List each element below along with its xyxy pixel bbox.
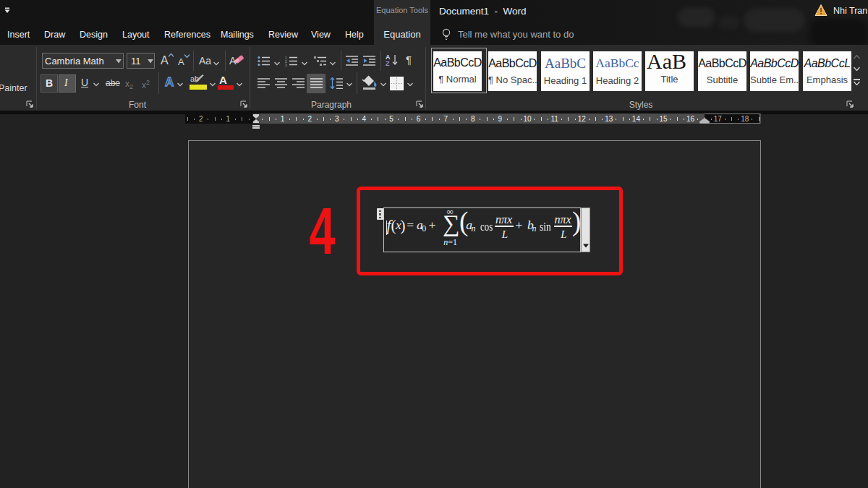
svg-text:3: 3: [285, 63, 287, 67]
